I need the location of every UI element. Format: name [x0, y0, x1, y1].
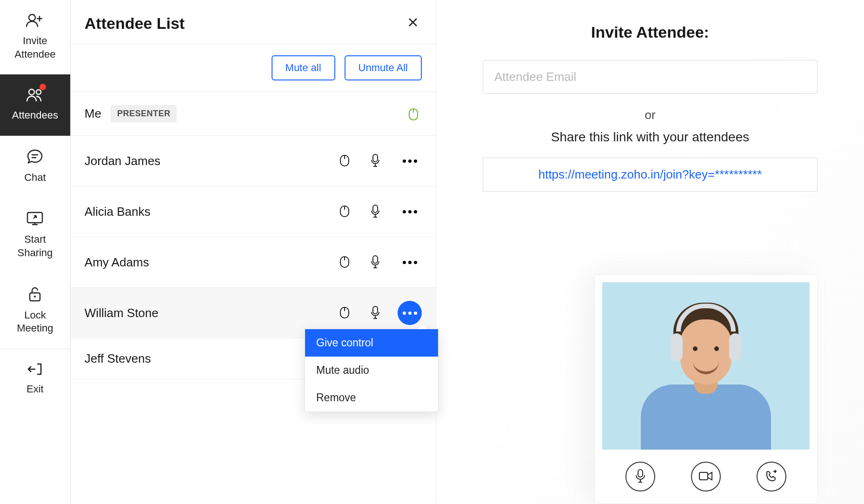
presenter-badge: PRESENTER: [111, 105, 177, 122]
svg-rect-10: [373, 205, 378, 212]
sidebar-item-invite-attendee[interactable]: Invite Attendee: [0, 0, 70, 74]
attendee-name: Jordan James: [85, 154, 336, 168]
attendee-row: Amy Adams: [71, 237, 436, 288]
invite-attendee-icon: [4, 13, 66, 30]
sidebar-item-chat[interactable]: Chat: [0, 136, 70, 198]
bulk-actions: Mute all Unmute All: [71, 44, 436, 92]
mic-button[interactable]: [367, 254, 384, 271]
app-root: Invite Attendee Attendees Cha: [0, 0, 864, 504]
mic-button[interactable]: [367, 153, 384, 169]
attendee-name: Amy Adams: [85, 255, 336, 270]
video-controls: [602, 450, 810, 504]
sidebar-item-label: Chat: [24, 172, 46, 183]
attendees-icon: [4, 87, 66, 104]
more-icon: [403, 261, 417, 264]
close-icon: [408, 16, 418, 30]
mic-icon: [635, 469, 646, 485]
attendee-email-input[interactable]: [483, 60, 817, 94]
phone-icon: [765, 470, 778, 484]
meeting-link-box[interactable]: https://meeting.zoho.in/join?key=*******…: [483, 158, 817, 192]
or-separator: or: [483, 108, 817, 122]
svg-point-0: [29, 14, 35, 21]
leave-call-button[interactable]: [757, 462, 786, 491]
svg-rect-15: [638, 470, 643, 477]
mouse-icon: [405, 106, 422, 122]
row-controls: [336, 301, 422, 325]
toggle-mic-button[interactable]: [625, 462, 655, 491]
svg-rect-16: [699, 472, 708, 480]
dropdown-mute-audio[interactable]: Mute audio: [305, 357, 438, 384]
svg-point-5: [34, 296, 36, 298]
attendee-row: Alicia Banks: [71, 186, 436, 237]
sidebar-item-attendees[interactable]: Attendees: [0, 74, 70, 136]
attendee-row: William Stone Give control Mute audio Re…: [71, 288, 436, 338]
sidebar-item-lock-meeting[interactable]: Lock Meeting: [0, 273, 70, 349]
mouse-icon: [339, 306, 350, 320]
attendee-name-text: Me: [85, 106, 101, 120]
mouse-icon: [339, 255, 350, 270]
panel-title: Attendee List: [85, 14, 185, 33]
svg-rect-8: [373, 154, 378, 162]
attendee-list: Me PRESENTER Jordan James: [71, 92, 436, 504]
mic-icon: [370, 255, 380, 270]
sidebar-item-label: Start Sharing: [17, 233, 53, 259]
mic-icon: [370, 204, 380, 219]
more-options-button[interactable]: [398, 250, 422, 274]
sidebar-item-label: Invite Attendee: [14, 35, 55, 60]
dropdown-remove[interactable]: Remove: [305, 384, 438, 411]
sidebar-item-exit[interactable]: Exit: [0, 349, 70, 410]
svg-rect-14: [373, 306, 378, 314]
exit-icon: [4, 362, 66, 378]
attendee-row: Jordan James: [71, 136, 436, 186]
unmute-all-button[interactable]: Unmute All: [345, 55, 422, 80]
sidebar-item-label: Attendees: [12, 109, 58, 121]
svg-point-1: [29, 89, 34, 95]
unlock-icon: [4, 286, 66, 304]
sidebar-item-start-sharing[interactable]: Start Sharing: [0, 198, 70, 273]
invite-panel: Invite Attendee: or Share this link with…: [436, 0, 864, 504]
give-mouse-button[interactable]: [336, 153, 353, 169]
presenter-avatar-icon: [641, 292, 771, 450]
chat-icon: [4, 149, 66, 166]
close-panel-button[interactable]: [404, 14, 422, 33]
more-options-button[interactable]: [398, 199, 422, 224]
sidebar-item-label: Lock Meeting: [17, 309, 53, 334]
share-link-text: Share this link with your attendees: [483, 130, 817, 145]
attendee-row-me: Me PRESENTER: [71, 92, 436, 136]
mic-button[interactable]: [367, 203, 384, 220]
attendee-name: Alicia Banks: [85, 205, 336, 219]
row-controls: [336, 149, 422, 173]
more-icon: [403, 312, 417, 315]
more-options-button[interactable]: [398, 301, 422, 325]
invite-title: Invite Attendee:: [483, 23, 817, 41]
attendee-name: William Stone: [85, 306, 336, 320]
mute-all-button[interactable]: Mute all: [272, 55, 335, 80]
mic-icon: [370, 305, 380, 321]
more-options-button[interactable]: [398, 149, 422, 173]
share-screen-icon: [4, 211, 66, 228]
attendee-actions-dropdown: Give control Mute audio Remove: [305, 329, 439, 412]
row-controls: [405, 106, 422, 122]
mouse-icon: [339, 154, 350, 168]
mic-button[interactable]: [367, 305, 384, 321]
sidebar: Invite Attendee Attendees Cha: [0, 0, 71, 504]
dropdown-give-control[interactable]: Give control: [305, 329, 438, 357]
mic-icon: [370, 153, 380, 169]
svg-rect-12: [373, 256, 378, 263]
more-icon: [403, 159, 417, 163]
sidebar-item-label: Exit: [27, 383, 44, 395]
video-thumbnail: [602, 282, 810, 450]
give-mouse-button[interactable]: [336, 305, 353, 321]
give-mouse-button[interactable]: [336, 203, 353, 220]
row-controls: [336, 199, 422, 224]
mouse-icon: [339, 205, 350, 219]
attendee-name: Me: [85, 106, 101, 121]
video-icon: [698, 471, 713, 483]
row-controls: [336, 250, 422, 274]
attendee-list-panel: Attendee List Mute all Unmute All Me PRE…: [71, 0, 436, 504]
give-mouse-button[interactable]: [336, 254, 353, 271]
svg-point-2: [36, 90, 41, 94]
notification-dot-icon: [40, 84, 46, 90]
more-icon: [403, 210, 417, 213]
toggle-video-button[interactable]: [691, 462, 721, 491]
